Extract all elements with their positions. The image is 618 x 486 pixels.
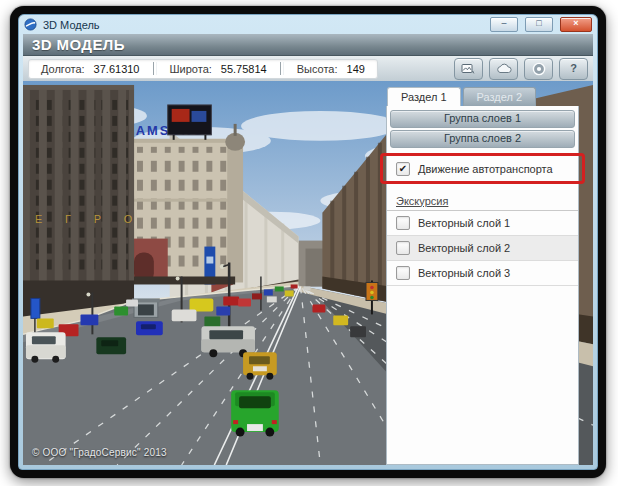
altitude-label: Высота: — [297, 63, 338, 75]
excursion-link[interactable]: Экскурсия — [396, 195, 448, 207]
copyright-text: © ООО "ГрадоСервис" 2013 — [32, 447, 167, 458]
image-capture-button[interactable] — [454, 58, 483, 80]
car-blue — [136, 321, 163, 335]
panel-body: Группа слоев 1 Группа слоев 2 ✔ Движение… — [386, 106, 579, 465]
panel-tabs: Раздел 1 Раздел 2 — [386, 87, 579, 106]
help-icon: ? — [570, 63, 577, 74]
traffic-layer-label: Движение автотранспорта — [418, 163, 553, 175]
vector-layer-1-label: Векторный слой 1 — [418, 217, 510, 229]
minimize-button[interactable]: – — [490, 17, 518, 32]
image-capture-icon — [461, 63, 476, 75]
altitude-value: 149 — [347, 63, 365, 75]
latitude-value: 55.75814 — [221, 63, 267, 75]
vector-layer-3-label: Векторный слой 3 — [418, 267, 510, 279]
checkbox-unchecked-icon[interactable] — [396, 216, 410, 230]
layers-panel: Раздел 1 Раздел 2 Группа слоев 1 Группа … — [386, 87, 579, 465]
help-button[interactable]: ? — [559, 58, 588, 80]
vector-layer-3-row[interactable]: Векторный слой 3 — [387, 261, 578, 286]
billboard — [168, 105, 212, 140]
checkbox-checked-icon[interactable]: ✔ — [396, 162, 410, 176]
vector-layer-2-row[interactable]: Векторный слой 2 — [387, 236, 578, 261]
car-green — [231, 390, 279, 436]
app-header: 3D МОДЕЛЬ — [23, 34, 593, 56]
longitude-label: Долгота: — [41, 63, 85, 75]
maximize-button[interactable]: □ — [525, 17, 553, 32]
layer-group-2-button[interactable]: Группа слоев 2 — [390, 130, 575, 148]
page-title: 3D МОДЕЛЬ — [32, 36, 125, 53]
traffic-layer-row[interactable]: ✔ Движение автотранспорта — [387, 157, 578, 180]
record-button[interactable] — [524, 58, 553, 80]
layer-group-1-button[interactable]: Группа слоев 1 — [390, 110, 575, 128]
checkbox-unchecked-icon[interactable] — [396, 266, 410, 280]
window-titlebar[interactable]: 3D Модель – □ × — [19, 15, 597, 34]
main-area: SAMSUNG — [23, 81, 593, 465]
app-globe-icon — [24, 18, 37, 31]
vector-layer-1-row[interactable]: Векторный слой 1 — [387, 211, 578, 236]
window-title: 3D Модель — [41, 19, 483, 31]
toolbar: Долгота: 37.61310 Широта: 55.75814 Высот… — [23, 56, 593, 82]
close-button[interactable]: × — [560, 17, 592, 32]
car-darkgreen — [96, 337, 126, 354]
building-sign-letters: Е Г Р О — [35, 213, 142, 225]
tab-razdel-1[interactable]: Раздел 1 — [387, 87, 461, 106]
divider — [280, 62, 284, 75]
tab-razdel-2[interactable]: Раздел 2 — [463, 87, 537, 106]
app-client: 3D МОДЕЛЬ Долгота: 37.61310 Широта: 55.7… — [23, 34, 593, 465]
vector-layer-2-label: Векторный слой 2 — [418, 242, 510, 254]
coordinates-readout: Долгота: 37.61310 Широта: 55.75814 Высот… — [28, 59, 378, 79]
cloud-icon — [496, 63, 512, 74]
building-left-dark: Е Г Р О — [23, 85, 142, 316]
latitude-label: Широта: — [170, 63, 212, 75]
checkbox-unchecked-icon[interactable] — [396, 241, 410, 255]
app-window: 3D Модель – □ × 3D МОДЕЛЬ Долгота: 37.61… — [18, 14, 598, 470]
cloud-button[interactable] — [489, 58, 518, 80]
record-icon — [532, 62, 546, 76]
screenshot-frame: 3D Модель – □ × 3D МОДЕЛЬ Долгота: 37.61… — [10, 6, 606, 478]
excursion-row: Экскурсия — [387, 191, 578, 211]
divider — [153, 62, 157, 75]
longitude-value: 37.61310 — [94, 63, 140, 75]
car-white — [26, 332, 66, 362]
